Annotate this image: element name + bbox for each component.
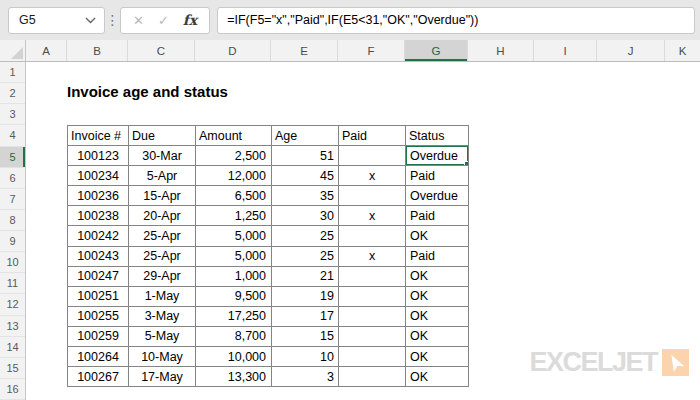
row-header-2[interactable]: 2 [0,83,25,104]
table-cell[interactable]: 17 [272,306,339,326]
chevron-down-icon[interactable] [85,17,96,24]
table-cell[interactable]: OK [406,266,469,286]
table-cell[interactable] [339,367,406,387]
column-header-J[interactable]: J [597,40,665,61]
table-cell[interactable]: 1,000 [196,266,272,286]
table-cell[interactable]: 3-May [129,306,196,326]
row-header-5[interactable]: 5 [0,147,25,168]
table-cell[interactable] [339,306,406,326]
column-header-E[interactable]: E [271,40,338,61]
table-cell[interactable]: 100251 [68,286,129,306]
row-header-3[interactable]: 3 [0,104,25,125]
table-cell[interactable]: 17,250 [196,306,272,326]
table-cell[interactable] [339,286,406,306]
table-header-amount[interactable]: Amount [196,126,272,146]
cancel-icon[interactable]: ✕ [133,13,144,28]
column-header-I[interactable]: I [534,40,597,61]
table-cell[interactable]: 10,000 [196,347,272,367]
row-header-12[interactable]: 12 [0,294,25,315]
table-cell[interactable]: 9,500 [196,286,272,306]
selected-cell-G5[interactable]: Overdue [406,146,469,166]
table-cell[interactable]: 51 [272,146,339,166]
column-header-D[interactable]: D [195,40,271,61]
table-cell[interactable] [339,326,406,346]
table-cell[interactable]: 10-May [129,347,196,367]
row-header-1[interactable]: 1 [0,62,25,83]
table-cell[interactable]: OK [406,367,469,387]
table-cell[interactable]: 12,000 [196,166,272,186]
table-cell[interactable]: 8,700 [196,326,272,346]
table-cell[interactable]: 5,000 [196,226,272,246]
column-header-K[interactable]: K [665,40,700,61]
table-cell[interactable]: 17-May [129,367,196,387]
table-cell[interactable]: Paid [406,166,469,186]
table-cell[interactable]: 5,000 [196,246,272,266]
table-cell[interactable]: 100242 [68,226,129,246]
column-header-H[interactable]: H [468,40,534,61]
formula-bar-drag-handle-icon[interactable]: ⋮ [105,13,120,27]
table-cell[interactable]: 3 [272,367,339,387]
table-cell[interactable]: 30 [272,206,339,226]
row-header-9[interactable]: 9 [0,231,25,252]
table-cell[interactable]: OK [406,326,469,346]
row-header-16[interactable]: 16 [0,379,25,400]
table-cell[interactable]: OK [406,286,469,306]
table-cell[interactable] [339,186,406,206]
table-cell[interactable]: 100264 [68,347,129,367]
table-cell[interactable] [339,347,406,367]
table-cell[interactable]: 29-Apr [129,266,196,286]
table-cell[interactable]: 15-Apr [129,186,196,206]
table-cell[interactable]: 25-Apr [129,226,196,246]
table-cell[interactable]: 5-Apr [129,166,196,186]
row-header-10[interactable]: 10 [0,252,25,273]
table-cell[interactable]: 100243 [68,246,129,266]
table-cell[interactable]: x [339,246,406,266]
table-header-age[interactable]: Age [272,126,339,146]
formula-input[interactable]: =IF(F5="x","Paid",IF(E5<31,"OK","Overdue… [217,7,695,34]
table-cell[interactable]: 100123 [68,146,129,166]
enter-icon[interactable]: ✓ [158,13,169,28]
column-header-F[interactable]: F [338,40,405,61]
table-cell[interactable]: 100234 [68,166,129,186]
table-cell[interactable]: x [339,166,406,186]
column-header-B[interactable]: B [67,40,128,61]
row-header-8[interactable]: 8 [0,210,25,231]
row-header-15[interactable]: 15 [0,358,25,379]
row-header-6[interactable]: 6 [0,168,25,189]
table-cell[interactable]: 25 [272,226,339,246]
row-header-4[interactable]: 4 [0,125,25,146]
table-header-status[interactable]: Status [406,126,469,146]
table-cell[interactable] [339,146,406,166]
table-cell[interactable]: 100267 [68,367,129,387]
table-cell[interactable]: 6,500 [196,186,272,206]
table-cell[interactable]: 25-Apr [129,246,196,266]
column-header-C[interactable]: C [128,40,195,61]
table-cell[interactable]: 15 [272,326,339,346]
insert-function-icon[interactable]: fx [183,12,197,28]
table-cell[interactable] [339,226,406,246]
table-cell[interactable]: OK [406,226,469,246]
table-cell[interactable]: OK [406,347,469,367]
table-cell[interactable]: Paid [406,246,469,266]
table-cell[interactable]: 100238 [68,206,129,226]
row-header-7[interactable]: 7 [0,189,25,210]
table-cell[interactable]: Paid [406,206,469,226]
table-cell[interactable]: 1,250 [196,206,272,226]
table-cell[interactable]: x [339,206,406,226]
table-cell[interactable]: 100259 [68,326,129,346]
table-cell[interactable]: 20-Apr [129,206,196,226]
table-cell[interactable]: 5-May [129,326,196,346]
name-box[interactable]: G5 [8,7,105,34]
row-header-11[interactable]: 11 [0,273,25,294]
table-cell[interactable]: 25 [272,246,339,266]
table-cell[interactable]: OK [406,306,469,326]
table-header-due[interactable]: Due [129,126,196,146]
row-header-14[interactable]: 14 [0,337,25,358]
select-all-button[interactable] [0,40,26,61]
column-header-G[interactable]: G [405,40,468,61]
table-cell[interactable]: 100255 [68,306,129,326]
table-cell[interactable]: 21 [272,266,339,286]
row-header-13[interactable]: 13 [0,316,25,337]
table-cell[interactable]: 35 [272,186,339,206]
table-cell[interactable]: 100236 [68,186,129,206]
